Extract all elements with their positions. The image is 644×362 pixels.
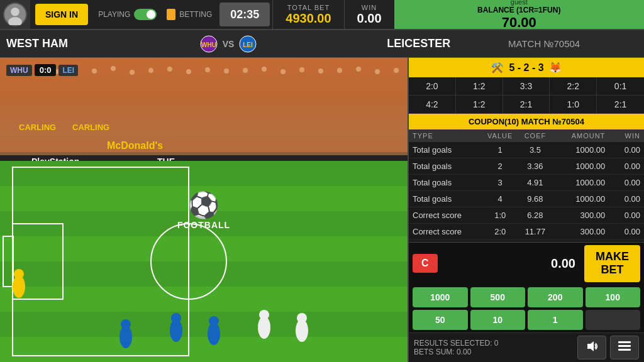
score-cell[interactable]: 2:0 xyxy=(409,77,456,95)
home-team-name: WEST HAM xyxy=(6,37,194,50)
svg-point-31 xyxy=(375,69,380,74)
chip-1[interactable]: 1 xyxy=(528,310,583,330)
win-value: 0.00 xyxy=(357,11,382,26)
make-bet-button[interactable]: MAKEBET xyxy=(584,245,640,282)
coupon-amount: 1000.00 xyxy=(553,162,606,171)
betting-label: BETTING xyxy=(179,10,212,19)
coupon-row[interactable]: Correct score 1:0 6.28 300.00 0.00 xyxy=(409,207,644,224)
col-value: VALUE xyxy=(482,132,518,140)
coupon-row[interactable]: Total goals 3 4.91 1000.00 0.00 xyxy=(409,175,644,191)
coupon-win: 0.00 xyxy=(605,227,640,236)
coupon-value: 2:0 xyxy=(482,227,518,236)
balance-guest: guest xyxy=(511,0,528,6)
chip-100[interactable]: 100 xyxy=(586,287,641,307)
football-logo: ⚽ FOOTBALL xyxy=(177,190,230,230)
bet-controls: C 0.00 MAKEBET 1000 500 200 100 50 10 1 … xyxy=(409,242,644,362)
score-row: 2:0 1:2 3:3 2:2 0:1 xyxy=(409,77,644,96)
svg-point-28 xyxy=(318,69,323,74)
svg-text:WHU: WHU xyxy=(201,41,216,48)
svg-point-21 xyxy=(186,69,191,74)
svg-rect-40 xyxy=(0,312,408,337)
playing-toggle[interactable] xyxy=(134,9,157,20)
svg-point-19 xyxy=(148,68,153,73)
balance-label: BALANCE (1CR=1FUN) xyxy=(477,6,560,14)
svg-point-55 xyxy=(297,313,307,323)
coupon-rows: Total goals 1 3.5 1000.00 0.00 Total goa… xyxy=(409,142,644,240)
score-cell[interactable]: 1:2 xyxy=(456,96,503,113)
coupon-header: COUPON(10) MATCH №70504 xyxy=(409,114,644,129)
score-cell[interactable]: 4:2 xyxy=(409,96,456,113)
score-cell[interactable]: 1:0 xyxy=(550,96,597,113)
coupon-type: Total goals xyxy=(413,145,482,155)
vs-area: WHU VS LEI xyxy=(194,35,264,53)
chip-1000[interactable]: 1000 xyxy=(413,287,468,307)
svg-text:CARLING: CARLING xyxy=(19,123,56,132)
svg-point-17 xyxy=(111,66,116,71)
chip-200[interactable]: 200 xyxy=(528,287,583,307)
svg-point-1 xyxy=(11,8,19,16)
coupon-row[interactable]: Correct score 2:0 11.77 300.00 0.00 xyxy=(409,224,644,240)
coupon-row[interactable]: Total goals 2 3.36 1000.00 0.00 xyxy=(409,158,644,175)
score-cell[interactable]: 2:1 xyxy=(503,96,550,113)
field-scene: PlayStation THE xyxy=(0,58,408,362)
away-score-team: LEI xyxy=(58,65,78,76)
col-amount: AMOUNT xyxy=(553,132,606,140)
live-score: 0:0 xyxy=(35,64,57,76)
svg-rect-61 xyxy=(618,349,631,351)
football-logo-text: FOOTBALL xyxy=(177,220,230,230)
score-grid: ⚒️ 5 - 2 - 3 🦊 2:0 1:2 3:3 2:2 0:1 xyxy=(409,58,644,114)
svg-point-53 xyxy=(259,310,269,320)
coupon-coef: 3.36 xyxy=(518,162,553,171)
chip-10[interactable]: 10 xyxy=(470,310,526,330)
svg-point-25 xyxy=(262,67,267,72)
svg-marker-58 xyxy=(587,341,594,351)
sound-button[interactable] xyxy=(577,336,606,359)
score-cell[interactable]: 3:3 xyxy=(503,77,550,95)
svg-point-49 xyxy=(171,313,181,323)
coupon-win: 0.00 xyxy=(605,178,640,187)
playing-area: PLAYING xyxy=(93,0,162,29)
svg-point-24 xyxy=(243,68,248,73)
chip-50[interactable]: 50 xyxy=(413,310,468,330)
score-overlay: WHU 0:0 LEI xyxy=(6,64,78,76)
football-icon: ⚽ xyxy=(177,190,230,220)
win-area: WIN 0.00 xyxy=(344,0,394,29)
coupon-amount: 1000.00 xyxy=(553,145,606,155)
chip-500[interactable]: 500 xyxy=(470,287,526,307)
video-panel: PlayStation THE xyxy=(0,58,408,362)
coupon-value: 2 xyxy=(482,162,518,171)
sign-in-button[interactable]: SIGN IN xyxy=(35,4,88,25)
balance-area: guest BALANCE (1CR=1FUN) 70.00 xyxy=(394,0,644,29)
menu-button[interactable] xyxy=(610,336,639,359)
away-team-name: LEICESTER xyxy=(263,37,450,50)
svg-point-16 xyxy=(92,69,97,74)
home-score-team: WHU xyxy=(6,65,32,76)
col-type: TYPE xyxy=(413,132,482,140)
coupon-coef: 9.68 xyxy=(518,194,553,204)
chip-row-1: 1000 500 200 100 xyxy=(409,285,644,310)
svg-point-27 xyxy=(299,67,304,72)
home-badge-icon: ⚒️ xyxy=(491,62,504,74)
coupon-value: 1 xyxy=(482,145,518,155)
coupon-row[interactable]: Total goals 1 3.5 1000.00 0.00 xyxy=(409,142,644,158)
score-cell[interactable]: 0:1 xyxy=(597,77,644,95)
score-cell[interactable]: 2:1 xyxy=(597,96,644,113)
bet-clear-button[interactable]: C xyxy=(413,254,438,273)
svg-point-20 xyxy=(167,67,172,72)
coupon-row[interactable]: Total goals 4 9.68 1000.00 0.00 xyxy=(409,191,644,207)
coupon-value: 3 xyxy=(482,178,518,187)
score-cell[interactable]: 2:2 xyxy=(550,77,597,95)
coupon-type: Correct score xyxy=(413,211,482,220)
chip-empty xyxy=(586,310,641,330)
vs-text: VS xyxy=(223,39,235,49)
coupon-type: Total goals xyxy=(413,178,482,187)
svg-text:CARLING: CARLING xyxy=(72,123,109,132)
svg-point-22 xyxy=(205,67,210,72)
match-bar: WEST HAM WHU VS LEI LEICESTER MATCH №705… xyxy=(0,30,644,58)
score-row: 4:2 1:2 2:1 1:0 2:1 xyxy=(409,96,644,114)
score-grid-header: ⚒️ 5 - 2 - 3 🦊 xyxy=(409,58,644,77)
score-cell[interactable]: 1:2 xyxy=(456,77,503,95)
coupon-win: 0.00 xyxy=(605,162,640,171)
score-rows: 2:0 1:2 3:3 2:2 0:1 4:2 1:2 2:1 1:0 2:1 xyxy=(409,77,644,114)
bet-display: 0.00 xyxy=(440,256,582,271)
